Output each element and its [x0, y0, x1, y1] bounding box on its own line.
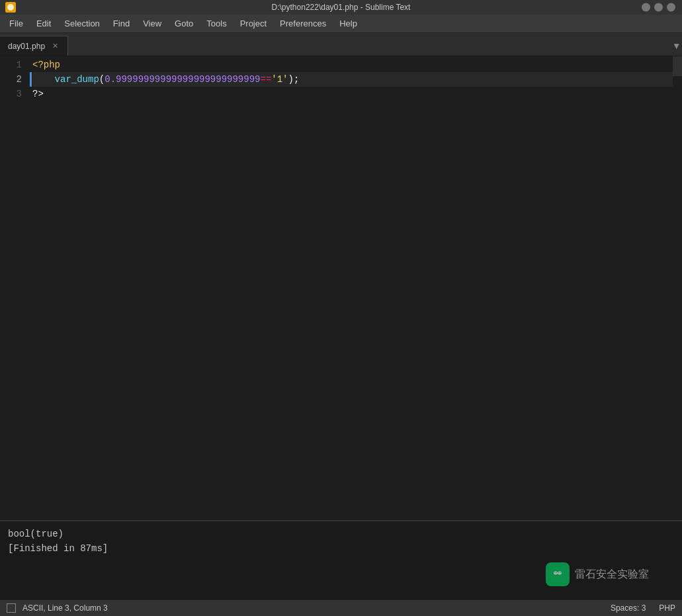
code-line-2: var_dump(0.99999999999999999999999999=='… — [32, 72, 673, 87]
menu-tools[interactable]: Tools — [200, 16, 233, 31]
open-paren: ( — [99, 74, 105, 85]
php-close-tag: ?> — [32, 89, 44, 99]
line-num-2: 2 — [0, 72, 30, 87]
active-line-marker — [30, 72, 32, 87]
func-var-dump: var_dump — [55, 74, 99, 85]
menu-find[interactable]: Find — [107, 16, 136, 31]
float-number: 0.99999999999999999999999999 — [105, 74, 260, 85]
output-line-1: bool(true) — [8, 527, 674, 541]
svg-point-4 — [556, 572, 558, 574]
minimize-button[interactable] — [642, 3, 650, 12]
code-area[interactable]: <?php var_dump(0.99999999999999999999999… — [30, 56, 673, 520]
app-icon — [5, 2, 16, 13]
code-line-3: ?> — [32, 87, 673, 101]
output-panel: bool(true) [Finished in 87ms] — [0, 520, 682, 599]
status-position: ASCII, Line 3, Column 3 — [22, 603, 108, 613]
tab-day01php[interactable]: day01.php ✕ — [0, 36, 68, 56]
window-controls — [642, 3, 675, 12]
close-button[interactable] — [667, 3, 675, 12]
scrollbar-area[interactable] — [673, 56, 682, 520]
status-bar: ASCII, Line 3, Column 3 Spaces: 3 PHP — [0, 599, 682, 616]
svg-point-5 — [558, 572, 560, 574]
php-open-tag: <?php — [32, 60, 60, 70]
tab-dropdown-icon[interactable]: ▼ — [674, 41, 679, 52]
output-text: bool(true) [Finished in 87ms] — [8, 527, 674, 556]
window-title: D:\python222\day01.php - Sublime Text — [272, 3, 411, 12]
maximize-button[interactable] — [654, 3, 663, 12]
semicolon: ; — [294, 74, 299, 85]
menu-goto[interactable]: Goto — [168, 16, 200, 31]
menu-edit[interactable]: Edit — [30, 16, 58, 31]
menu-preferences[interactable]: Preferences — [273, 16, 333, 31]
watermark-label: 雷石安全实验室 — [575, 568, 649, 582]
eq-operator: == — [260, 74, 271, 85]
wechat-icon — [546, 562, 570, 586]
svg-point-6 — [560, 572, 562, 574]
menu-project[interactable]: Project — [234, 16, 273, 31]
status-encoding: PHP — [659, 603, 675, 613]
menu-selection[interactable]: Selection — [58, 16, 106, 31]
code-line-1: <?php — [32, 58, 673, 72]
svg-point-0 — [7, 4, 14, 11]
menu-bar: File Edit Selection Find View Goto Tools… — [0, 15, 682, 33]
watermark: 雷石安全实验室 — [546, 562, 649, 586]
status-left: ASCII, Line 3, Column 3 — [7, 603, 108, 613]
string-val: '1' — [271, 74, 288, 85]
editor-area: 1 2 3 <?php var_dump(0.99999999999999999… — [0, 56, 682, 520]
svg-point-3 — [554, 572, 556, 574]
line-num-3: 3 — [0, 87, 30, 101]
status-right: Spaces: 3 PHP — [611, 603, 675, 613]
close-paren: ) — [288, 74, 294, 85]
menu-file[interactable]: File — [3, 16, 30, 31]
status-spaces: Spaces: 3 — [611, 603, 646, 613]
line-numbers: 1 2 3 — [0, 56, 30, 520]
tab-close-button[interactable]: ✕ — [50, 42, 60, 51]
indent-space — [32, 74, 55, 85]
title-bar: D:\python222\day01.php - Sublime Text — [0, 0, 682, 15]
scrollbar-thumb[interactable] — [673, 56, 682, 76]
line-num-1: 1 — [0, 58, 30, 72]
menu-help[interactable]: Help — [333, 16, 364, 31]
output-line-2: [Finished in 87ms] — [8, 541, 674, 556]
tab-bar: day01.php ✕ ▼ — [0, 33, 682, 56]
encoding-icon — [7, 603, 16, 613]
menu-view[interactable]: View — [136, 16, 168, 31]
tab-label: day01.php — [8, 42, 45, 51]
